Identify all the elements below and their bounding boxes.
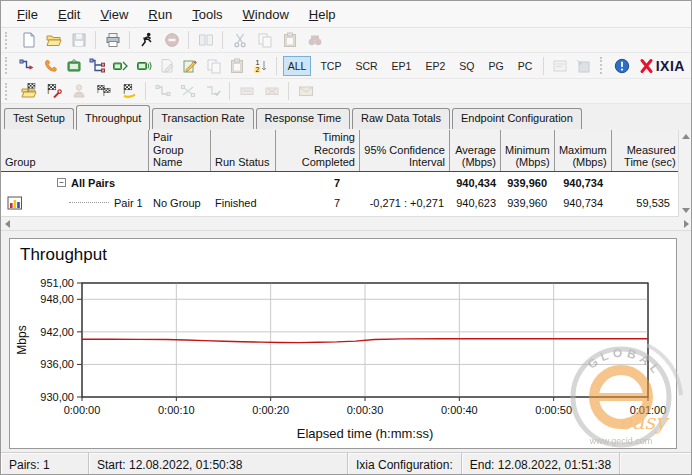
collapse-toggle-icon[interactable]: − [57, 178, 66, 187]
add-video-multicast-group-icon[interactable] [110, 55, 131, 76]
tab-bar: Test Setup Throughput Transaction Rate R… [1, 104, 691, 130]
paste-pair-icon [226, 55, 247, 76]
toolbar-test [1, 79, 691, 104]
svg-text:0:01:00: 0:01:00 [630, 404, 667, 416]
filter-all-button[interactable]: ALL [283, 56, 312, 76]
scroll-right-icon[interactable] [684, 220, 689, 228]
ixia-info-icon[interactable] [611, 55, 632, 76]
table-row-all-pairs[interactable]: − All Pairs 7 940,434 939,960 940,734 [1, 172, 678, 191]
filter-ep1-button[interactable]: EP1 [387, 56, 417, 76]
all-pairs-label: All Pairs [71, 177, 115, 189]
svg-text:Mbps: Mbps [15, 325, 29, 354]
filter-pc-button[interactable]: PC [513, 56, 538, 76]
svg-text:951,00: 951,00 [40, 277, 74, 289]
toolbar-grip[interactable] [5, 57, 11, 74]
filter-pg-button[interactable]: PG [483, 56, 508, 76]
filter-scr-button[interactable]: SCR [350, 56, 382, 76]
svg-text:0:00:00: 0:00:00 [64, 404, 101, 416]
svg-text:930,00: 930,00 [40, 391, 74, 403]
toolbar-grip[interactable] [600, 57, 606, 74]
open-file-icon[interactable] [42, 30, 65, 51]
pair-average: 940,623 [450, 197, 501, 209]
status-pairs: Pairs: 1 [1, 453, 89, 475]
col-timing-records[interactable]: Timing Records Completed [276, 130, 360, 171]
col-confidence-interval[interactable]: 95% Confidence Interval [360, 130, 450, 171]
scroll-up-icon[interactable] [682, 134, 690, 139]
edit-run-options-icon[interactable] [180, 55, 201, 76]
svg-text:1: 1 [256, 59, 260, 66]
svg-text:2: 2 [256, 66, 260, 73]
tab-test-setup[interactable]: Test Setup [4, 108, 74, 129]
filter-sq-button[interactable]: SQ [454, 56, 479, 76]
tab-raw-data-totals[interactable]: Raw Data Totals [352, 108, 450, 129]
menu-bar: File Edit View Run Tools Window Help [1, 1, 691, 28]
run-test-icon[interactable] [135, 30, 158, 51]
table-horizontal-scrollbar[interactable] [1, 216, 692, 231]
menu-window[interactable]: Window [233, 4, 299, 25]
tab-endpoint-configuration[interactable]: Endpoint Configuration [452, 108, 582, 129]
svg-text:0:00:50: 0:00:50 [535, 404, 572, 416]
menu-edit[interactable]: Edit [48, 4, 90, 25]
filter-tcp-button[interactable]: TCP [315, 56, 346, 76]
pair-name: Pair 1 [114, 197, 143, 209]
menu-help[interactable]: Help [299, 4, 346, 25]
menu-tools[interactable]: Tools [182, 4, 232, 25]
toolbar-grip[interactable] [5, 83, 11, 100]
svg-text:0:00:20: 0:00:20 [252, 404, 289, 416]
menu-file[interactable]: File [7, 4, 48, 25]
tab-throughput[interactable]: Throughput [76, 105, 150, 130]
stop-test-icon [160, 30, 183, 51]
status-ixia-configuration: Ixia Configuration: [348, 453, 462, 475]
col-measured-time[interactable]: Measured Time (sec) [612, 130, 681, 171]
all-pairs-average: 940,434 [450, 177, 501, 189]
menu-view[interactable]: View [90, 4, 138, 25]
all-pairs-maximum: 940,734 [552, 177, 609, 189]
tree-branch [69, 202, 109, 203]
scroll-left-icon[interactable] [5, 220, 10, 228]
table-row-pair-1[interactable]: Pair 1 No Group Finished 7 -0,271 : +0,2… [1, 191, 678, 214]
scroll-down-icon[interactable] [682, 208, 690, 213]
col-run-status[interactable]: Run Status [211, 130, 276, 171]
svg-text:0:00:40: 0:00:40 [441, 404, 478, 416]
svg-text:0:00:10: 0:00:10 [158, 404, 195, 416]
add-hardware-stream-pair-icon[interactable] [133, 55, 154, 76]
find-icon [303, 30, 326, 51]
toolbar-pairs: 12 ALL TCP SCR EP1 EP2 SQ PG PC IXIA [1, 53, 691, 79]
pair-measured-time: 59,535 [609, 197, 678, 209]
table-vertical-scrollbar[interactable] [678, 130, 692, 217]
tab-transaction-rate[interactable]: Transaction Rate [152, 108, 253, 129]
compare-panels-icon [194, 30, 217, 51]
poll-endpoints-icon [235, 81, 258, 102]
add-pair-icon[interactable] [17, 55, 38, 76]
schedule-test-icon[interactable] [42, 81, 65, 102]
add-voip-pair-icon[interactable] [40, 55, 61, 76]
col-maximum[interactable]: Maximum (Mbps) [555, 130, 612, 171]
pair-group-name: No Group [149, 197, 211, 209]
pair-minimum: 939,960 [501, 197, 552, 209]
print-icon[interactable] [101, 30, 124, 51]
ixia-logo-text: IXIA [656, 58, 685, 74]
svg-text:0:00:30: 0:00:30 [347, 404, 384, 416]
col-group[interactable]: Group [1, 130, 149, 171]
toolbar-grip[interactable] [5, 32, 11, 49]
col-average[interactable]: Average (Mbps) [450, 130, 501, 171]
col-minimum[interactable]: Minimum (Mbps) [501, 130, 555, 171]
save-icon [67, 30, 90, 51]
compare-tests-icon[interactable] [92, 81, 115, 102]
svg-text:936,00: 936,00 [40, 358, 74, 370]
filter-ep2-button[interactable]: EP2 [420, 56, 450, 76]
send-results-mail-icon [294, 81, 317, 102]
renumber-pairs-icon[interactable]: 12 [250, 55, 271, 76]
replicate-pairs-icon [176, 81, 199, 102]
add-video-pair-icon[interactable] [63, 55, 84, 76]
add-multicast-group-icon[interactable] [87, 55, 108, 76]
col-pair-group-name[interactable]: Pair Group Name [149, 130, 211, 171]
menu-run[interactable]: Run [138, 4, 182, 25]
run-with-options-icon[interactable] [17, 81, 40, 102]
pair-maximum: 940,734 [552, 197, 609, 209]
svg-text:948,00: 948,00 [40, 293, 74, 305]
new-document-icon[interactable] [17, 30, 40, 51]
view-results-icon[interactable] [117, 81, 140, 102]
pair-timing-records: 7 [276, 197, 360, 209]
tab-response-time[interactable]: Response Time [256, 108, 350, 129]
